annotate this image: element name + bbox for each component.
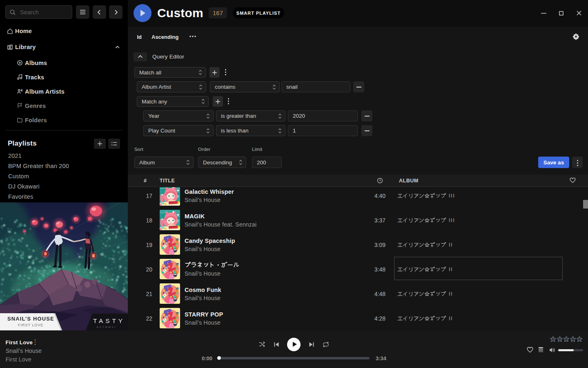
svg-text:SNAIL’S HOUSE: SNAIL’S HOUSE (7, 316, 54, 322)
svg-text:BSTMMXI: BSTMMXI (97, 326, 117, 328)
svg-text:FIRST LOVE: FIRST LOVE (18, 323, 43, 327)
svg-text:TASTY: TASTY (93, 317, 125, 324)
